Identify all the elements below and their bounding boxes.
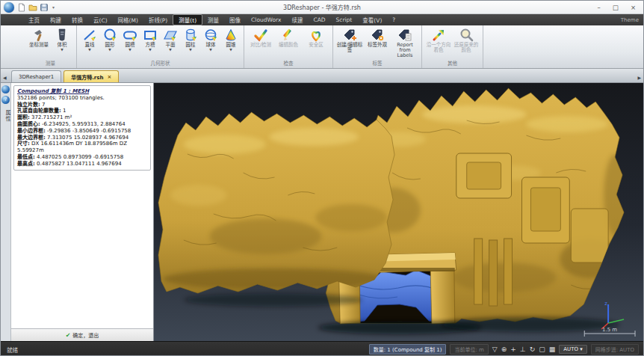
menu-tab-measure2[interactable]: 测量 [202, 15, 224, 25]
menu-tab-image[interactable]: 图像 [224, 15, 246, 25]
ribbon-group-label: 测量 [25, 58, 76, 68]
menu-tab-home[interactable]: 主页 [23, 15, 45, 25]
menu-tab-help[interactable]: ? [387, 16, 400, 24]
help-icon[interactable]: ? [1, 96, 10, 104]
grid-icon[interactable]: ▦ [549, 346, 556, 353]
bbox-min: 最小边界框: -9.29836 -3.850649 -0.6915758 [17, 128, 147, 135]
doc-tab-3dreshaper1[interactable]: 3DReshaper1 [11, 70, 61, 82]
ribbon-group-label: 标签 [333, 58, 421, 68]
volume-button[interactable]: 体积 ▼ [51, 28, 73, 52]
restore-colors-button[interactable]: 还原原来的颜色 [453, 28, 480, 53]
square-slot-caret-icon[interactable]: ▼ [149, 48, 151, 52]
cone-icon [223, 28, 238, 43]
line-button[interactable]: 直线 ▼ [80, 28, 99, 52]
ribbon-group-label: 其他 [422, 58, 483, 68]
menu-tab-extension[interactable]: 续建 [286, 15, 308, 25]
report-from-labels-button[interactable]: Report from Labels [391, 28, 418, 58]
viewport-3d[interactable]: z 1.5 m [154, 83, 643, 341]
color-along-direction-button[interactable]: 沿一个方向着色 [425, 28, 452, 53]
window-title: 3DReshaper - 华强方特.rsh [1, 3, 643, 11]
menu-tab-transform[interactable]: 转换 [66, 15, 88, 25]
menu-tab-polyline[interactable]: 折线(P) [143, 15, 173, 25]
reshaper-ball-icon[interactable] [1, 85, 10, 93]
z-axis-icon[interactable]: ⊥ [520, 346, 526, 353]
create-edit-label-button[interactable]: 创建/编辑标签 [336, 28, 363, 53]
safety-zone-button[interactable]: 安全区 [303, 28, 329, 48]
menu-tab-cloud[interactable]: 云(C) [88, 15, 113, 25]
menu-tab-script[interactable]: Script [331, 16, 358, 24]
ribbon-group-measure: 坐标测量 体积 ▼ 测量 [25, 25, 77, 68]
properties-tab[interactable]: 属性 [1, 110, 11, 122]
tag-gear-icon [370, 28, 385, 43]
ribbon-group-label: 几何形状 [77, 58, 244, 68]
status-bar: 就绪 数量: 1 (Compound 复制 1) 当前单位: m ▽ ⊕ + ⊥… [1, 341, 643, 356]
tab-scroll-left-icon[interactable]: ◀ [3, 75, 7, 80]
mesh-title: Compound 复制 1 : MESH [17, 88, 147, 95]
edit-colors-button[interactable]: 编辑颜色 [275, 28, 302, 48]
area: 面积: 372.715271 m² [17, 114, 147, 121]
grid-step-indicator: 网格步进: AUTO [591, 344, 639, 355]
confirm-exit-button[interactable]: ✔ 确定，退出 [11, 328, 153, 341]
ribbon-toolbar: 坐标测量 体积 ▼ 测量 直线 ▼ 圆形 ▼ 圆槽 [1, 25, 643, 69]
compare-inspect-button[interactable]: 对比/检测 [247, 28, 274, 48]
close-button[interactable]: × [631, 4, 636, 11]
plane-button[interactable]: 平面 ▼ [161, 28, 180, 52]
cylinder-button[interactable]: 圆柱 ▼ [181, 28, 200, 52]
cone-button[interactable]: 圆锥 ▼ [221, 28, 241, 52]
line-icon [82, 28, 97, 43]
menu-tab-mesh[interactable]: 网格(M) [113, 15, 143, 25]
cylinder-caret-icon[interactable]: ▼ [189, 48, 191, 52]
zoom-icon[interactable]: ⊕ [501, 346, 507, 353]
menu-tab-cad[interactable]: CAD [308, 16, 330, 24]
document-tab-bar: ◀ 3DReshaper1 华强方特.rsh × ▶ [1, 69, 643, 83]
lowest-point: 最低点: 4.487025 0.8973099 -0.6915758 [17, 154, 147, 161]
green-check-icon: ✔ [66, 332, 71, 339]
dimensions: 尺寸: DX 16.611436m DY 18.879586m DZ 5.599… [17, 141, 147, 154]
highest-point: 最高点: 0.4875827 13.047111 4.967694 [17, 161, 147, 168]
edit-colors-icon [281, 28, 296, 43]
sphere-caret-icon[interactable]: ▼ [209, 48, 211, 52]
tab-close-icon[interactable]: × [107, 74, 111, 80]
cone-caret-icon[interactable]: ▼ [229, 48, 232, 52]
ribbon-group-other: 沿一个方向着色 还原原来的颜色 其他 [422, 25, 483, 68]
hammer-icon [31, 28, 46, 43]
z-axis-label: z [604, 301, 607, 307]
select-rectangle-icon[interactable]: ▢ [539, 346, 545, 353]
ribbon-group-geometric-shapes: 直线 ▼ 圆形 ▼ 圆槽 ▼ 方槽 ▼ 平面 ▼ [77, 25, 244, 68]
ground-shadow [184, 293, 362, 307]
side-tab-strip: ? 属性 [1, 83, 11, 341]
magnifier-icon [459, 28, 474, 43]
minimize-button[interactable]: – [598, 4, 601, 11]
centroid: 曲面质心: -6.234925, 5.959313, 2.884764 [17, 121, 147, 128]
square-slot-button[interactable]: 方槽 ▼ [140, 28, 160, 52]
menu-tab-cloudworx[interactable]: CloudWorx [246, 16, 286, 24]
ground-shadow [441, 317, 619, 332]
tab-scroll-right-icon[interactable]: ▶ [637, 75, 641, 80]
auto-dropdown[interactable]: AUTO ▾ [559, 345, 586, 354]
move-icon[interactable]: + [510, 346, 516, 353]
menu-tab-measure-active[interactable]: 测量(t) [173, 14, 202, 25]
volume-caret-icon[interactable]: ▼ [61, 48, 63, 52]
ribbon-group-inspect: 对比/检测 编辑颜色 安全区 检查 [244, 25, 333, 68]
circle-caret-icon[interactable]: ▼ [108, 48, 111, 52]
menu-tab-construct[interactable]: 构建 [45, 15, 66, 25]
theme-selector[interactable]: Theme [621, 17, 639, 23]
menu-tab-view[interactable]: 查看(V) [357, 15, 387, 25]
doc-tab-huaqiangfangte[interactable]: 华强方特.rsh × [64, 70, 119, 82]
square-slot-icon [143, 28, 158, 43]
rotate-view-icon[interactable]: ↻ [530, 346, 536, 353]
label-appearance-button[interactable]: 标签外观 [364, 28, 391, 48]
sphere-button[interactable]: 球体 ▼ [201, 28, 220, 52]
holes-contours: 孔或自由轮廓数量: 1 [17, 108, 147, 114]
main-area: ? 属性 Compound 复制 1 : MESH 352186 points;… [1, 83, 643, 341]
round-slot-button[interactable]: 圆槽 ▼ [120, 28, 140, 52]
plane-caret-icon[interactable]: ▼ [169, 48, 171, 52]
filter-icon[interactable]: ▽ [492, 346, 498, 353]
selection-count-badge: 数量: 1 (Compound 复制 1) [369, 344, 447, 355]
coordinate-measure-button[interactable]: 坐标测量 [28, 28, 50, 48]
line-caret-icon[interactable]: ▼ [88, 48, 90, 52]
points-triangles: 352186 points; 703100 triangles. [17, 95, 147, 102]
round-slot-caret-icon[interactable]: ▼ [129, 48, 131, 52]
maximize-button[interactable]: □ [613, 4, 619, 11]
circle-button[interactable]: 圆形 ▼ [100, 28, 120, 52]
